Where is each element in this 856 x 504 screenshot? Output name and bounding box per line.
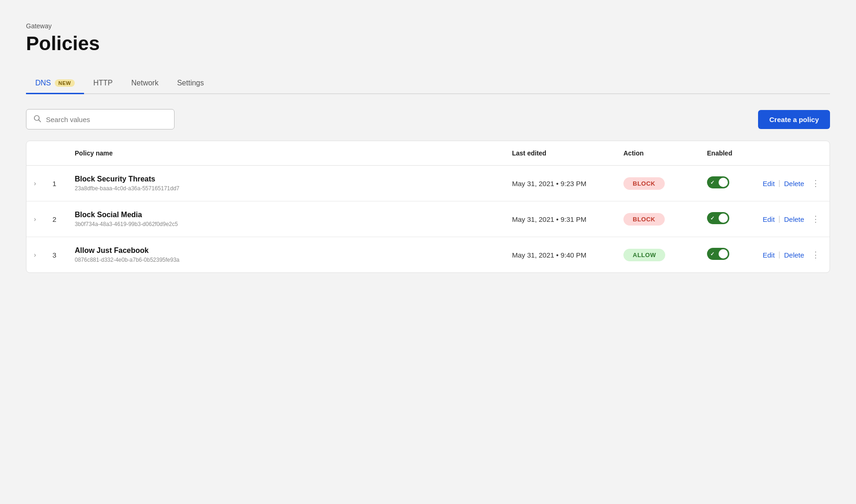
create-policy-button[interactable]: Create a policy [758,110,830,129]
more-options-icon[interactable]: ⋮ [811,250,821,260]
tab-http[interactable]: HTTP [84,73,122,94]
action-badge: BLOCK [623,213,665,226]
action-divider: | [778,215,780,223]
table-row: › 1 Block Security Threats 23a8dfbe-baaa… [26,166,830,201]
name-cell: Block Security Threats 23a8dfbe-baaa-4c0… [67,166,505,201]
more-options-icon[interactable]: ⋮ [811,214,821,224]
search-input[interactable] [46,116,168,123]
enabled-toggle[interactable]: ✓ [707,248,729,260]
col-controls [755,141,830,166]
dns-new-badge: NEW [55,79,75,87]
action-cell: BLOCK [616,201,700,237]
action-divider: | [778,251,780,259]
col-action: Action [616,141,700,166]
toggle-check-icon: ✓ [710,180,714,186]
delete-button[interactable]: Delete [784,251,804,259]
edit-button[interactable]: Edit [763,215,775,223]
controls-cell: Edit | Delete ⋮ [755,166,830,201]
edit-button[interactable]: Edit [763,180,775,187]
table-row: › 2 Block Social Media 3b0f734a-48a3-461… [26,201,830,237]
tab-dns-label: DNS [35,79,51,87]
tab-settings-label: Settings [177,79,204,87]
enabled-cell[interactable]: ✓ [700,201,755,237]
tab-http-label: HTTP [93,79,113,87]
action-cell: ALLOW [616,237,700,273]
more-options-icon[interactable]: ⋮ [811,178,821,188]
tab-settings[interactable]: Settings [168,73,213,94]
tab-bar: DNS NEW HTTP Network Settings [26,73,830,94]
policy-id: 23a8dfbe-baaa-4c0d-a36a-557165171dd7 [75,185,497,192]
svg-line-1 [39,120,40,122]
policy-name: Block Security Threats [75,175,497,183]
tab-network-label: Network [131,79,159,87]
toggle-check-icon: ✓ [710,215,714,221]
policy-name: Block Social Media [75,211,497,219]
col-policy-name: Policy name [67,141,505,166]
policy-id: 0876c881-d332-4e0b-a7b6-0b52395fe93a [75,257,497,263]
tab-network[interactable]: Network [122,73,168,94]
name-cell: Block Social Media 3b0f734a-48a3-4619-99… [67,201,505,237]
page-container: Gateway Policies DNS NEW HTTP Network Se… [0,0,856,295]
controls-cell: Edit | Delete ⋮ [755,201,830,237]
expand-cell[interactable]: › [26,237,49,273]
enabled-toggle[interactable]: ✓ [707,212,729,224]
col-enabled: Enabled [700,141,755,166]
search-box[interactable] [26,109,175,129]
num-cell: 3 [49,237,67,273]
enabled-cell[interactable]: ✓ [700,166,755,201]
num-cell: 1 [49,166,67,201]
date-cell: May 31, 2021 • 9:31 PM [505,201,616,237]
controls-cell: Edit | Delete ⋮ [755,237,830,273]
delete-button[interactable]: Delete [784,215,804,223]
action-badge: ALLOW [623,249,665,261]
expand-cell[interactable]: › [26,166,49,201]
action-cell: BLOCK [616,166,700,201]
enabled-toggle[interactable]: ✓ [707,176,729,188]
num-cell: 2 [49,201,67,237]
breadcrumb: Gateway [26,22,830,30]
toolbar: Create a policy [26,109,830,129]
policy-name: Allow Just Facebook [75,246,497,255]
search-icon [33,114,41,124]
tab-dns[interactable]: DNS NEW [26,73,84,94]
table-row: › 3 Allow Just Facebook 0876c881-d332-4e… [26,237,830,273]
col-last-edited: Last edited [505,141,616,166]
delete-button[interactable]: Delete [784,180,804,187]
action-badge: BLOCK [623,177,665,190]
date-cell: May 31, 2021 • 9:40 PM [505,237,616,273]
name-cell: Allow Just Facebook 0876c881-d332-4e0b-a… [67,237,505,273]
col-num [49,141,67,166]
toggle-check-icon: ✓ [710,251,714,257]
enabled-cell[interactable]: ✓ [700,237,755,273]
page-title: Policies [26,32,830,55]
date-cell: May 31, 2021 • 9:23 PM [505,166,616,201]
action-divider: | [778,179,780,187]
expand-cell[interactable]: › [26,201,49,237]
col-expand [26,141,49,166]
edit-button[interactable]: Edit [763,251,775,259]
policies-table: Policy name Last edited Action Enabled ›… [26,141,830,273]
policy-id: 3b0f734a-48a3-4619-99b3-d062f0d9e2c5 [75,221,497,227]
